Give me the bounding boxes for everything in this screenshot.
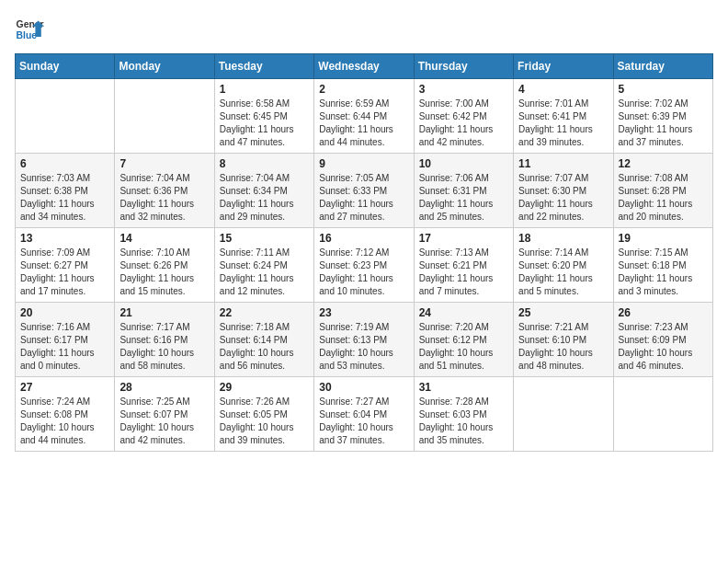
- day-number: 26: [619, 306, 708, 319]
- calendar-cell: 22Sunrise: 7:18 AM Sunset: 6:14 PM Dayli…: [214, 303, 313, 377]
- cell-info: Sunrise: 7:13 AM Sunset: 6:21 PM Dayligh…: [419, 247, 508, 298]
- cell-info: Sunrise: 7:11 AM Sunset: 6:24 PM Dayligh…: [220, 247, 309, 298]
- cell-info: Sunrise: 7:04 AM Sunset: 6:34 PM Dayligh…: [220, 172, 309, 224]
- day-number: 9: [319, 157, 408, 170]
- day-number: 7: [119, 157, 209, 170]
- week-row-2: 6Sunrise: 7:03 AM Sunset: 6:38 PM Daylig…: [16, 154, 713, 228]
- week-row-1: 1Sunrise: 6:58 AM Sunset: 6:45 PM Daylig…: [16, 79, 713, 154]
- day-number: 11: [518, 157, 608, 170]
- calendar-cell: 6Sunrise: 7:03 AM Sunset: 6:38 PM Daylig…: [16, 154, 115, 228]
- day-number: 30: [319, 381, 408, 394]
- calendar-cell: 4Sunrise: 7:01 AM Sunset: 6:41 PM Daylig…: [514, 79, 613, 154]
- cell-info: Sunrise: 7:00 AM Sunset: 6:42 PM Dayligh…: [419, 98, 508, 149]
- calendar-cell: 7Sunrise: 7:04 AM Sunset: 6:36 PM Daylig…: [115, 154, 214, 228]
- cell-info: Sunrise: 7:18 AM Sunset: 6:14 PM Dayligh…: [220, 321, 309, 373]
- cell-info: Sunrise: 7:28 AM Sunset: 6:03 PM Dayligh…: [419, 396, 508, 447]
- day-number: 14: [119, 232, 209, 245]
- calendar-cell: 13Sunrise: 7:09 AM Sunset: 6:27 PM Dayli…: [16, 228, 115, 303]
- page-header: General Blue: [15, 15, 713, 44]
- week-row-3: 13Sunrise: 7:09 AM Sunset: 6:27 PM Dayli…: [16, 228, 713, 303]
- calendar-cell: 5Sunrise: 7:02 AM Sunset: 6:39 PM Daylig…: [613, 79, 712, 154]
- cell-info: Sunrise: 7:07 AM Sunset: 6:30 PM Dayligh…: [518, 172, 608, 224]
- cell-info: Sunrise: 7:06 AM Sunset: 6:31 PM Dayligh…: [419, 172, 508, 224]
- calendar-cell: 14Sunrise: 7:10 AM Sunset: 6:26 PM Dayli…: [115, 228, 214, 303]
- calendar-cell: [613, 377, 712, 452]
- cell-info: Sunrise: 7:21 AM Sunset: 6:10 PM Dayligh…: [518, 321, 608, 373]
- day-number: 2: [319, 83, 408, 96]
- weekday-header-sunday: Sunday: [16, 54, 115, 79]
- cell-info: Sunrise: 7:26 AM Sunset: 6:05 PM Dayligh…: [220, 396, 309, 447]
- day-number: 18: [518, 232, 608, 245]
- week-row-5: 27Sunrise: 7:24 AM Sunset: 6:08 PM Dayli…: [16, 377, 713, 452]
- cell-info: Sunrise: 7:15 AM Sunset: 6:18 PM Dayligh…: [619, 247, 708, 298]
- cell-info: Sunrise: 7:19 AM Sunset: 6:13 PM Dayligh…: [319, 321, 408, 373]
- calendar-cell: 27Sunrise: 7:24 AM Sunset: 6:08 PM Dayli…: [16, 377, 115, 452]
- calendar-cell: 28Sunrise: 7:25 AM Sunset: 6:07 PM Dayli…: [115, 377, 214, 452]
- cell-info: Sunrise: 7:05 AM Sunset: 6:33 PM Dayligh…: [319, 172, 408, 224]
- calendar-cell: 25Sunrise: 7:21 AM Sunset: 6:10 PM Dayli…: [514, 303, 613, 377]
- calendar-cell: 19Sunrise: 7:15 AM Sunset: 6:18 PM Dayli…: [613, 228, 712, 303]
- calendar-cell: 2Sunrise: 6:59 AM Sunset: 6:44 PM Daylig…: [314, 79, 414, 154]
- day-number: 28: [119, 381, 209, 394]
- weekday-header-thursday: Thursday: [414, 54, 513, 79]
- calendar-cell: 3Sunrise: 7:00 AM Sunset: 6:42 PM Daylig…: [414, 79, 513, 154]
- calendar-cell: 18Sunrise: 7:14 AM Sunset: 6:20 PM Dayli…: [514, 228, 613, 303]
- calendar-cell: 20Sunrise: 7:16 AM Sunset: 6:17 PM Dayli…: [16, 303, 115, 377]
- day-number: 5: [619, 83, 708, 96]
- calendar-table: SundayMondayTuesdayWednesdayThursdayFrid…: [15, 53, 713, 452]
- cell-info: Sunrise: 7:01 AM Sunset: 6:41 PM Dayligh…: [518, 98, 608, 149]
- cell-info: Sunrise: 7:23 AM Sunset: 6:09 PM Dayligh…: [619, 321, 708, 373]
- week-row-4: 20Sunrise: 7:16 AM Sunset: 6:17 PM Dayli…: [16, 303, 713, 377]
- cell-info: Sunrise: 7:17 AM Sunset: 6:16 PM Dayligh…: [119, 321, 209, 373]
- day-number: 12: [619, 157, 708, 170]
- calendar-cell: [514, 377, 613, 452]
- day-number: 20: [20, 306, 109, 319]
- calendar-cell: 12Sunrise: 7:08 AM Sunset: 6:28 PM Dayli…: [613, 154, 712, 228]
- cell-info: Sunrise: 6:58 AM Sunset: 6:45 PM Dayligh…: [220, 98, 309, 149]
- calendar-cell: 10Sunrise: 7:06 AM Sunset: 6:31 PM Dayli…: [414, 154, 513, 228]
- day-number: 1: [220, 83, 309, 96]
- cell-info: Sunrise: 7:03 AM Sunset: 6:38 PM Dayligh…: [20, 172, 109, 224]
- cell-info: Sunrise: 7:20 AM Sunset: 6:12 PM Dayligh…: [419, 321, 508, 373]
- cell-info: Sunrise: 7:14 AM Sunset: 6:20 PM Dayligh…: [518, 247, 608, 298]
- day-number: 16: [319, 232, 408, 245]
- cell-info: Sunrise: 7:27 AM Sunset: 6:04 PM Dayligh…: [319, 396, 408, 447]
- day-number: 23: [319, 306, 408, 319]
- weekday-header-monday: Monday: [115, 54, 214, 79]
- calendar-cell: 11Sunrise: 7:07 AM Sunset: 6:30 PM Dayli…: [514, 154, 613, 228]
- cell-info: Sunrise: 7:16 AM Sunset: 6:17 PM Dayligh…: [20, 321, 109, 373]
- day-number: 29: [220, 381, 309, 394]
- calendar-cell: 15Sunrise: 7:11 AM Sunset: 6:24 PM Dayli…: [214, 228, 313, 303]
- calendar-cell: [16, 79, 115, 154]
- day-number: 8: [220, 157, 309, 170]
- cell-info: Sunrise: 7:02 AM Sunset: 6:39 PM Dayligh…: [619, 98, 708, 149]
- cell-info: Sunrise: 7:25 AM Sunset: 6:07 PM Dayligh…: [119, 396, 209, 447]
- weekday-header-row: SundayMondayTuesdayWednesdayThursdayFrid…: [16, 54, 713, 79]
- day-number: 15: [220, 232, 309, 245]
- logo-icon: General Blue: [15, 15, 44, 44]
- calendar-cell: 9Sunrise: 7:05 AM Sunset: 6:33 PM Daylig…: [314, 154, 414, 228]
- calendar-cell: 26Sunrise: 7:23 AM Sunset: 6:09 PM Dayli…: [613, 303, 712, 377]
- cell-info: Sunrise: 7:10 AM Sunset: 6:26 PM Dayligh…: [119, 247, 209, 298]
- logo: General Blue: [15, 15, 44, 44]
- calendar-cell: 29Sunrise: 7:26 AM Sunset: 6:05 PM Dayli…: [214, 377, 313, 452]
- calendar-cell: 23Sunrise: 7:19 AM Sunset: 6:13 PM Dayli…: [314, 303, 414, 377]
- calendar-cell: 17Sunrise: 7:13 AM Sunset: 6:21 PM Dayli…: [414, 228, 513, 303]
- calendar-cell: 24Sunrise: 7:20 AM Sunset: 6:12 PM Dayli…: [414, 303, 513, 377]
- svg-text:Blue: Blue: [17, 30, 38, 40]
- day-number: 4: [518, 83, 608, 96]
- day-number: 31: [419, 381, 508, 394]
- cell-info: Sunrise: 7:12 AM Sunset: 6:23 PM Dayligh…: [319, 247, 408, 298]
- weekday-header-friday: Friday: [514, 54, 613, 79]
- day-number: 19: [619, 232, 708, 245]
- calendar-cell: 1Sunrise: 6:58 AM Sunset: 6:45 PM Daylig…: [214, 79, 313, 154]
- calendar-cell: 31Sunrise: 7:28 AM Sunset: 6:03 PM Dayli…: [414, 377, 513, 452]
- calendar-cell: 21Sunrise: 7:17 AM Sunset: 6:16 PM Dayli…: [115, 303, 214, 377]
- day-number: 10: [419, 157, 508, 170]
- day-number: 3: [419, 83, 508, 96]
- day-number: 21: [119, 306, 209, 319]
- day-number: 27: [20, 381, 109, 394]
- weekday-header-saturday: Saturday: [613, 54, 712, 79]
- day-number: 13: [20, 232, 109, 245]
- calendar-cell: 16Sunrise: 7:12 AM Sunset: 6:23 PM Dayli…: [314, 228, 414, 303]
